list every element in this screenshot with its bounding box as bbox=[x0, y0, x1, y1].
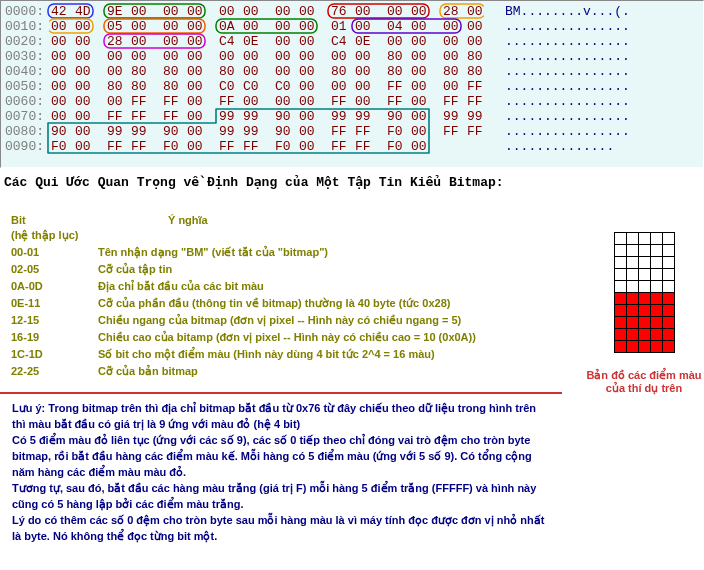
pixel-cell bbox=[615, 281, 627, 293]
svg-text:F0: F0 bbox=[387, 139, 403, 154]
svg-text:00: 00 bbox=[275, 34, 291, 49]
svg-text:00: 00 bbox=[163, 19, 179, 34]
field-bit: 00-01 bbox=[10, 244, 97, 261]
svg-text:80: 80 bbox=[467, 64, 483, 79]
svg-text:00: 00 bbox=[411, 109, 427, 124]
svg-text:00: 00 bbox=[275, 64, 291, 79]
svg-text:00: 00 bbox=[75, 19, 91, 34]
svg-text:C0: C0 bbox=[219, 79, 235, 94]
svg-text:FF: FF bbox=[107, 109, 123, 124]
field-bit: 12-15 bbox=[10, 312, 97, 329]
svg-text:C0: C0 bbox=[243, 79, 259, 94]
pixel-cell bbox=[663, 269, 675, 281]
svg-text:00: 00 bbox=[299, 34, 315, 49]
svg-text:00: 00 bbox=[299, 139, 315, 154]
svg-text:00: 00 bbox=[51, 34, 67, 49]
svg-text:99: 99 bbox=[467, 109, 483, 124]
bitmap-preview-label: Bản đồ các điểm màu của thí dụ trên bbox=[584, 369, 704, 395]
field-bit: 0E-11 bbox=[10, 295, 97, 312]
pixel-cell bbox=[663, 257, 675, 269]
field-desc: Tên nhận dạng "BM" (viết tắt của "bitmap… bbox=[97, 244, 492, 261]
svg-text:00: 00 bbox=[51, 109, 67, 124]
field-desc: Cỡ của phần đầu (thông tin về bitmap) th… bbox=[97, 295, 492, 312]
svg-text:00: 00 bbox=[411, 139, 427, 154]
svg-text:9E: 9E bbox=[107, 4, 123, 19]
svg-text:00: 00 bbox=[411, 4, 427, 19]
svg-text:FF: FF bbox=[443, 124, 459, 139]
field-desc: Chiều cao của bitamp (đơn vị pixel -- Hì… bbox=[97, 329, 492, 346]
svg-text:00: 00 bbox=[387, 34, 403, 49]
svg-text:80: 80 bbox=[163, 79, 179, 94]
section-caption: Các Qui Ước Quan Trọng về Định Dạng của … bbox=[0, 168, 704, 192]
svg-text:................: ................ bbox=[505, 19, 630, 34]
svg-text:80: 80 bbox=[131, 79, 147, 94]
pixel-cell bbox=[651, 305, 663, 317]
svg-text:0000:: 0000: bbox=[5, 4, 44, 19]
pixel-cell bbox=[627, 293, 639, 305]
svg-text:4D: 4D bbox=[75, 4, 91, 19]
svg-text:00: 00 bbox=[355, 19, 371, 34]
svg-text:00: 00 bbox=[187, 34, 203, 49]
svg-text:00: 00 bbox=[299, 124, 315, 139]
hex-dump-panel: 0000:424D9E00000000000000760000002800BM.… bbox=[0, 0, 704, 168]
pixel-cell bbox=[627, 305, 639, 317]
svg-text:FF: FF bbox=[467, 79, 483, 94]
svg-text:80: 80 bbox=[443, 64, 459, 79]
pixel-cell bbox=[651, 245, 663, 257]
svg-text:01: 01 bbox=[331, 19, 347, 34]
svg-text:00: 00 bbox=[411, 34, 427, 49]
svg-text:................: ................ bbox=[505, 124, 630, 139]
pixel-cell bbox=[663, 317, 675, 329]
svg-text:00: 00 bbox=[51, 64, 67, 79]
svg-text:FF: FF bbox=[243, 139, 259, 154]
svg-text:FF: FF bbox=[107, 139, 123, 154]
svg-text:00: 00 bbox=[275, 4, 291, 19]
svg-text:FF: FF bbox=[467, 124, 483, 139]
field-bit: 22-25 bbox=[10, 363, 97, 380]
pixel-cell bbox=[651, 329, 663, 341]
svg-text:0050:: 0050: bbox=[5, 79, 44, 94]
svg-text:00: 00 bbox=[187, 109, 203, 124]
svg-text:00: 00 bbox=[443, 34, 459, 49]
svg-text:00: 00 bbox=[411, 49, 427, 64]
svg-text:00: 00 bbox=[331, 49, 347, 64]
svg-text:00: 00 bbox=[411, 79, 427, 94]
svg-text:00: 00 bbox=[131, 49, 147, 64]
svg-text:80: 80 bbox=[331, 64, 347, 79]
field-desc: Số bit cho một điểm màu (Hình này dùng 4… bbox=[97, 346, 492, 363]
svg-text:00: 00 bbox=[243, 4, 259, 19]
pixel-cell bbox=[615, 341, 627, 353]
pixel-cell bbox=[627, 245, 639, 257]
svg-text:0070:: 0070: bbox=[5, 109, 44, 124]
svg-text:00: 00 bbox=[275, 94, 291, 109]
svg-text:00: 00 bbox=[243, 64, 259, 79]
field-bit: 1C-1D bbox=[10, 346, 97, 363]
svg-text:BM........v...(.: BM........v...(. bbox=[505, 4, 630, 19]
pixel-cell bbox=[615, 317, 627, 329]
svg-text:00: 00 bbox=[331, 79, 347, 94]
svg-text:00: 00 bbox=[467, 19, 483, 34]
svg-text:00: 00 bbox=[75, 124, 91, 139]
svg-text:00: 00 bbox=[299, 109, 315, 124]
svg-text:00: 00 bbox=[187, 4, 203, 19]
svg-text:0040:: 0040: bbox=[5, 64, 44, 79]
svg-text:00: 00 bbox=[187, 19, 203, 34]
svg-text:00: 00 bbox=[75, 49, 91, 64]
svg-text:FF: FF bbox=[443, 94, 459, 109]
svg-text:00: 00 bbox=[467, 34, 483, 49]
svg-text:F0: F0 bbox=[51, 139, 67, 154]
svg-text:F0: F0 bbox=[163, 139, 179, 154]
pixel-cell bbox=[627, 269, 639, 281]
svg-text:00: 00 bbox=[51, 19, 67, 34]
pixel-cell bbox=[615, 245, 627, 257]
pixel-cell bbox=[615, 305, 627, 317]
svg-text:0090:: 0090: bbox=[5, 139, 44, 154]
pixel-cell bbox=[627, 317, 639, 329]
svg-text:................: ................ bbox=[505, 64, 630, 79]
pixel-cell bbox=[639, 293, 651, 305]
svg-text:0A: 0A bbox=[219, 19, 235, 34]
svg-text:00: 00 bbox=[187, 64, 203, 79]
pixel-cell bbox=[639, 317, 651, 329]
svg-text:90: 90 bbox=[275, 109, 291, 124]
svg-text:FF: FF bbox=[163, 94, 179, 109]
